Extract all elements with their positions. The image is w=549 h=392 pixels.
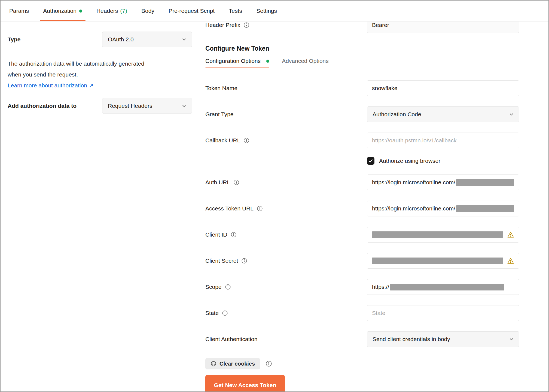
client-id-label-wrap: Client ID	[205, 231, 367, 238]
info-icon[interactable]	[233, 179, 239, 185]
learn-more-row: Learn more about authorization ↗	[8, 80, 192, 91]
scope-input[interactable]: https://	[367, 279, 519, 295]
info-icon[interactable]	[243, 137, 249, 143]
learn-more-link[interactable]: Learn more about authorization	[8, 82, 87, 88]
scope-label: Scope	[205, 284, 222, 290]
client-authentication-value: Send client credentials in body	[373, 336, 450, 342]
callback-url-placeholder: https://oauth.pstmn.io/v1/callback	[372, 137, 457, 144]
grant-type-select[interactable]: Authorization Code	[367, 106, 519, 122]
add-auth-data-row: Add authorization data to Request Header…	[8, 98, 192, 114]
info-icon[interactable]	[225, 284, 231, 290]
clear-cookies-row: Clear cookies	[205, 358, 548, 369]
client-secret-input[interactable]	[367, 253, 519, 269]
headers-count-badge: (7)	[120, 8, 127, 14]
checkmark-icon	[368, 158, 373, 164]
info-icon[interactable]	[241, 258, 247, 264]
client-id-input[interactable]	[367, 227, 519, 243]
authorization-status-dot-icon	[79, 10, 82, 13]
external-link-icon: ↗	[89, 82, 94, 88]
info-icon[interactable]	[222, 310, 228, 316]
tab-body[interactable]: Body	[134, 1, 161, 21]
auth-type-select[interactable]: OAuth 2.0	[102, 32, 192, 47]
grant-type-value: Authorization Code	[373, 111, 421, 118]
redacted-value-bar	[372, 231, 503, 238]
tab-authorization-label: Authorization	[43, 8, 77, 14]
authorize-browser-label[interactable]: Authorize using browser	[379, 158, 440, 164]
configuration-status-dot-icon	[266, 60, 269, 63]
tab-configuration-options-label: Configuration Options	[205, 58, 261, 64]
cookie-icon	[211, 361, 216, 367]
add-auth-data-value: Request Headers	[108, 103, 152, 109]
tab-settings[interactable]: Settings	[249, 1, 284, 21]
client-authentication-label: Client Authentication	[205, 336, 257, 342]
tab-tests[interactable]: Tests	[222, 1, 249, 21]
info-icon[interactable]	[257, 206, 263, 212]
token-name-value: snowflake	[372, 85, 397, 91]
auth-url-input[interactable]: https://login.microsoftonline.com/	[367, 174, 519, 190]
redacted-value-bar	[456, 179, 514, 186]
tab-advanced-options-label: Advanced Options	[282, 58, 329, 64]
state-input[interactable]: State	[367, 305, 519, 321]
redacted-value-bar	[372, 258, 503, 264]
auth-description-text: The authorization data will be automatic…	[8, 58, 192, 80]
authorization-panel: Type OAuth 2.0 The authorization data wi…	[1, 22, 548, 391]
warning-icon[interactable]	[507, 257, 514, 264]
tab-configuration-options[interactable]: Configuration Options	[205, 58, 269, 68]
tab-advanced-options[interactable]: Advanced Options	[282, 58, 329, 68]
header-prefix-value: Bearer	[372, 22, 389, 28]
info-icon[interactable]	[243, 22, 249, 28]
info-icon[interactable]	[231, 232, 237, 238]
tab-tests-label: Tests	[229, 8, 242, 14]
token-config-tabs: Configuration Options Advanced Options	[205, 58, 548, 68]
scope-value: https://	[372, 284, 389, 290]
tab-headers[interactable]: Headers (7)	[89, 1, 134, 21]
token-name-label: Token Name	[205, 85, 237, 91]
auth-description-line1: The authorization data will be automatic…	[8, 58, 192, 69]
tab-headers-label: Headers	[96, 8, 118, 14]
state-placeholder: State	[372, 310, 385, 316]
header-prefix-row: Header Prefix Bearer	[205, 22, 548, 33]
authorize-browser-checkbox[interactable]	[367, 157, 374, 165]
auth-url-row: Auth URL https://login.microsoftonline.c…	[205, 174, 548, 190]
warning-icon[interactable]	[507, 231, 514, 238]
auth-description-line2: when you send the request.	[8, 69, 192, 80]
get-new-access-token-button[interactable]: Get New Access Token	[205, 375, 285, 391]
chevron-down-icon	[181, 37, 187, 42]
tab-pre-request-script[interactable]: Pre-request Script	[161, 1, 222, 21]
tab-authorization[interactable]: Authorization	[36, 1, 89, 21]
grant-type-row: Grant Type Authorization Code	[205, 106, 548, 122]
client-authentication-label-wrap: Client Authentication	[205, 336, 367, 342]
auth-url-label-wrap: Auth URL	[205, 179, 367, 186]
access-token-url-value: https://login.microsoftonline.com/	[372, 205, 455, 212]
auth-type-label: Type	[8, 36, 20, 43]
state-row: State State	[205, 305, 548, 321]
request-tab-bar: Params Authorization Headers (7) Body Pr…	[1, 1, 548, 22]
add-auth-data-select[interactable]: Request Headers	[102, 98, 192, 114]
client-authentication-select[interactable]: Send client credentials in body	[367, 331, 519, 347]
client-secret-label: Client Secret	[205, 258, 238, 264]
header-prefix-input[interactable]: Bearer	[367, 22, 519, 33]
redacted-value-bar	[456, 205, 514, 212]
tab-params[interactable]: Params	[2, 1, 36, 21]
access-token-url-label-wrap: Access Token URL	[205, 205, 367, 212]
callback-url-input[interactable]: https://oauth.pstmn.io/v1/callback	[367, 133, 519, 148]
configure-new-token-title: Configure New Token	[205, 45, 548, 52]
access-token-url-row: Access Token URL https://login.microsoft…	[205, 201, 548, 216]
auth-settings-pane: Type OAuth 2.0 The authorization data wi…	[1, 22, 199, 391]
add-auth-data-label: Add authorization data to	[8, 103, 77, 109]
access-token-url-input[interactable]: https://login.microsoftonline.com/	[367, 201, 519, 216]
oauth2-config-pane: Header Prefix Bearer Configure New Token…	[199, 22, 548, 391]
chevron-down-icon	[509, 336, 514, 342]
scope-row: Scope https://	[205, 279, 548, 295]
clear-cookies-button[interactable]: Clear cookies	[205, 358, 260, 369]
client-authentication-row: Client Authentication Send client creden…	[205, 331, 548, 347]
client-id-label: Client ID	[205, 231, 227, 238]
callback-url-label: Callback URL	[205, 137, 240, 144]
token-name-input[interactable]: snowflake	[367, 80, 519, 96]
tab-settings-label: Settings	[256, 8, 277, 14]
tab-pre-request-script-label: Pre-request Script	[169, 8, 215, 14]
token-name-label-wrap: Token Name	[205, 85, 367, 91]
info-icon[interactable]	[266, 360, 272, 367]
auth-url-value: https://login.microsoftonline.com/	[372, 179, 455, 186]
request-editor-window: Params Authorization Headers (7) Body Pr…	[0, 0, 549, 392]
